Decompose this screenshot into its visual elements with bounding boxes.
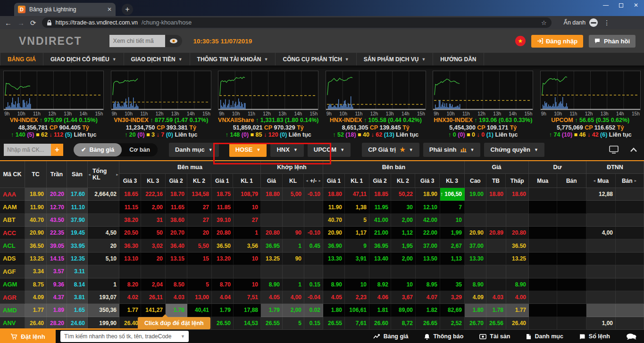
price-cell[interactable]: 12.70 xyxy=(47,201,67,213)
price-cell[interactable]: 106,61 xyxy=(345,304,369,317)
price-cell[interactable]: 41.00 xyxy=(369,214,391,227)
price-cell[interactable]: 20.20 xyxy=(47,188,67,201)
price-cell[interactable]: 3,29 xyxy=(440,291,465,304)
price-cell[interactable] xyxy=(557,201,586,213)
price-cell[interactable]: 10 xyxy=(234,278,261,291)
price-cell[interactable]: 20.90 xyxy=(465,227,486,239)
price-cell[interactable]: 222,16 xyxy=(141,188,166,201)
price-cell[interactable]: 1,99 xyxy=(440,227,465,239)
price-cell[interactable]: 3,56 xyxy=(234,239,261,252)
price-cell[interactable]: -0.10 xyxy=(304,188,323,201)
price-cell[interactable]: 1,12 xyxy=(391,227,416,239)
price-cell[interactable]: 13.10 xyxy=(119,253,141,265)
ticker-symbol[interactable]: AGR xyxy=(0,291,25,304)
back-icon[interactable]: ← xyxy=(5,19,12,26)
price-cell[interactable]: 9.36 xyxy=(47,278,67,291)
column-header-giá-2[interactable]: Giá 2 xyxy=(166,174,187,188)
price-cell[interactable]: 39.05 xyxy=(47,239,67,252)
ticker-input[interactable] xyxy=(4,144,51,156)
price-cell[interactable]: 27 xyxy=(187,201,212,213)
column-header-giá-1[interactable]: Giá 1 xyxy=(211,174,233,188)
column-header-giá-1[interactable]: Giá 1 xyxy=(323,174,345,188)
price-cell[interactable] xyxy=(586,253,616,265)
price-cell[interactable]: 18.65 xyxy=(119,188,141,201)
price-cell[interactable] xyxy=(166,265,187,278)
price-cell[interactable] xyxy=(529,317,557,330)
column-header-cao[interactable]: Cao xyxy=(465,174,486,188)
price-cell[interactable]: 11.65 xyxy=(166,201,187,213)
price-cell[interactable]: 1.79 xyxy=(212,304,234,317)
column-header-giá-3[interactable]: Giá 3 xyxy=(119,174,141,188)
table-row-amd[interactable]: AMD1.771.891.65350,361.77141,271.7840,41… xyxy=(0,304,644,317)
price-cell[interactable] xyxy=(486,253,506,265)
price-cell[interactable]: 36.50 xyxy=(506,239,529,252)
price-cell[interactable]: 13.30 xyxy=(465,253,486,265)
exchange-tab-hose[interactable]: HOSE▼ xyxy=(229,143,267,157)
price-cell[interactable]: 22.00 xyxy=(416,227,440,239)
price-cell[interactable]: 4,50 xyxy=(88,227,119,239)
price-cell[interactable]: 4.06 xyxy=(369,291,391,304)
price-cell[interactable]: 4,00 xyxy=(283,291,304,304)
price-cell[interactable]: 20 xyxy=(88,239,119,252)
price-cell[interactable]: 3.34 xyxy=(25,265,47,278)
price-cell[interactable]: 1.77 xyxy=(119,304,141,317)
price-cell[interactable]: 8.90 xyxy=(465,278,486,291)
column-header-thấp[interactable]: Thấp xyxy=(506,174,528,188)
price-cell[interactable]: 8.95 xyxy=(416,278,440,291)
price-cell[interactable] xyxy=(486,239,506,252)
price-cell[interactable] xyxy=(261,201,283,213)
price-cell[interactable] xyxy=(616,304,644,317)
table-row-acc[interactable]: ACC20.9022.3519.454,5020.505020.702020.8… xyxy=(0,227,644,239)
price-cell[interactable]: 1.80 xyxy=(323,304,345,317)
column-header-kl-2[interactable]: KL 2 xyxy=(391,174,416,188)
price-cell[interactable]: 14,53 xyxy=(234,317,261,330)
price-cell[interactable]: 4.07 xyxy=(416,291,440,304)
price-cell[interactable] xyxy=(88,201,119,213)
price-cell[interactable]: 8.90 xyxy=(506,278,529,291)
price-cell[interactable]: 20.70 xyxy=(166,227,187,239)
price-cell[interactable]: 8.92 xyxy=(369,278,391,291)
bottom-item-danh-mục[interactable]: Danh mục xyxy=(526,333,563,340)
nav-item-hướng-dẫn[interactable]: HƯỚNG DẪN xyxy=(433,53,484,65)
price-cell[interactable]: 13.25 xyxy=(25,253,47,265)
price-cell[interactable]: 1.65 xyxy=(67,304,88,317)
price-cell[interactable]: 20 xyxy=(141,253,166,265)
column-header---[interactable]: ◄+/-► xyxy=(304,174,323,188)
collapse-up-icon[interactable] xyxy=(630,147,637,152)
price-cell[interactable] xyxy=(557,214,586,227)
price-cell[interactable]: 13.25 xyxy=(506,253,529,265)
bottom-item-bảng-giá[interactable]: Bảng giá xyxy=(373,333,409,340)
nav-item-công-cụ-phân-tích[interactable]: CÔNG CỤ PHÂN TÍCH▼ xyxy=(276,53,356,65)
price-cell[interactable] xyxy=(304,253,323,265)
table-row-aam[interactable]: AAM11.9012.7011.1011.152,0011.652711.851… xyxy=(0,201,644,213)
nav-item-thông-tin-tài-khoản[interactable]: THÔNG TIN TÀI KHOẢN▼ xyxy=(190,53,276,65)
price-cell[interactable]: 4.02 xyxy=(119,291,141,304)
price-cell[interactable]: 36.90 xyxy=(323,239,345,252)
table-row-anv[interactable]: ANV26.4028.2024.60199,9026.4020,3626.458… xyxy=(0,317,644,330)
price-cell[interactable]: 0.45 xyxy=(304,239,323,252)
new-tab-button[interactable]: + xyxy=(122,4,133,15)
table-row-agr[interactable]: AGR4.094.373.81193,074.0226,114.0313,004… xyxy=(0,291,644,304)
price-cell[interactable]: 4.05 xyxy=(261,291,283,304)
price-cell[interactable]: 1.82 xyxy=(416,304,440,317)
price-cell[interactable]: 4.09 xyxy=(465,291,486,304)
ticker-symbol[interactable]: AAM xyxy=(0,201,25,213)
price-cell[interactable]: 134,58 xyxy=(187,188,212,201)
price-cell[interactable] xyxy=(557,265,586,278)
price-cell[interactable]: 31 xyxy=(141,214,166,227)
price-cell[interactable] xyxy=(557,304,586,317)
column-header-mua[interactable]: ◄Mua xyxy=(586,174,616,188)
price-cell[interactable]: 42.00 xyxy=(416,214,440,227)
price-cell[interactable]: 3,02 xyxy=(141,239,166,252)
column-header-giá-3[interactable]: Giá 3 xyxy=(415,174,440,188)
price-cell[interactable]: 18.80 xyxy=(486,188,506,201)
price-cell[interactable] xyxy=(529,227,557,239)
ticker-symbol[interactable]: ADS xyxy=(0,253,25,265)
price-cell[interactable]: 2,00 xyxy=(391,253,416,265)
price-cell[interactable]: 38.60 xyxy=(166,214,187,227)
price-cell[interactable] xyxy=(557,278,586,291)
price-cell[interactable] xyxy=(557,317,586,330)
price-cell[interactable]: 18.90 xyxy=(416,188,440,201)
price-cell[interactable]: 1.78 xyxy=(166,304,187,317)
price-cell[interactable]: 36.95 xyxy=(261,239,283,252)
